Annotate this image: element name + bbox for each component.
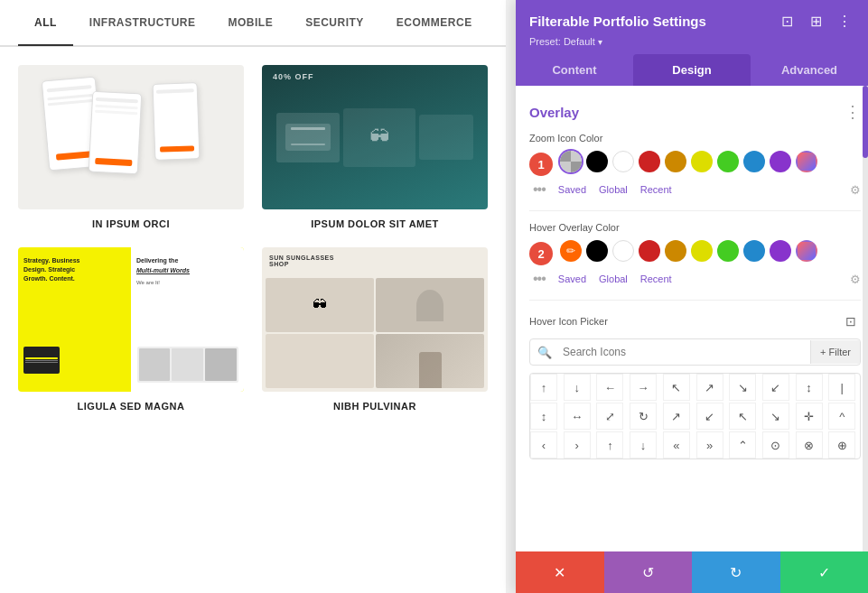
hover-gear-btn[interactable]: ⚙ <box>850 273 861 286</box>
zoom-swatch-white[interactable] <box>612 151 634 172</box>
hover-overlay-row: 2 ✏ <box>529 240 861 267</box>
zoom-swatch-red[interactable] <box>639 151 660 172</box>
filter-tab-mobile[interactable]: MOBILE <box>212 1 290 46</box>
portfolio-item-2[interactable]: 🕶 40% OFF IPSUM DOLOR SIT AMET <box>262 65 488 229</box>
portfolio-thumb-2: 🕶 40% OFF <box>262 65 488 209</box>
icon-cell[interactable]: ⌃ <box>729 431 756 459</box>
icon-cell[interactable]: ↓ <box>630 431 657 459</box>
tab-design[interactable]: Design <box>633 54 751 86</box>
icon-cell[interactable]: » <box>696 431 723 459</box>
search-input[interactable] <box>559 339 810 365</box>
hover-swatch-gradient[interactable] <box>796 240 817 262</box>
portfolio-title-2: IPSUM DOLOR SIT AMET <box>311 218 439 229</box>
icon-cell[interactable]: ↖ <box>663 374 690 401</box>
icon-cell[interactable]: ↓ <box>564 374 591 401</box>
save-button[interactable]: ✓ <box>780 551 869 593</box>
hover-swatch-orange[interactable] <box>665 240 686 262</box>
icon-cell[interactable]: ↖ <box>729 403 756 430</box>
hover-swatch-eyedropper[interactable]: ✏ <box>560 240 582 262</box>
portfolio-item-1[interactable]: IN IPSUM ORCI <box>18 65 244 229</box>
overlay-section-header: Overlay ⋮ <box>529 99 861 120</box>
portfolio-item-4[interactable]: SUN SUNGLASSESSHOP 🕶 NIBH PULVINAR <box>262 247 488 412</box>
icon-cell[interactable]: ⊗ <box>796 431 823 459</box>
zoom-swatch-orange[interactable] <box>665 151 686 172</box>
filter-tab-infrastructure[interactable]: INFRASTRUCTURE <box>73 1 212 46</box>
filter-tab-security[interactable]: SECURITY <box>289 1 380 46</box>
icon-cell[interactable]: ← <box>596 374 623 401</box>
icon-cell[interactable]: ↗ <box>663 403 690 430</box>
hover-swatch-green[interactable] <box>717 240 739 262</box>
icon-cell[interactable]: ⊕ <box>828 431 855 459</box>
filter-tab-ecommerce[interactable]: ECOMMERCE <box>380 1 489 46</box>
hover-overlay-label: Hover Overlay Color <box>529 222 861 233</box>
panel-preset[interactable]: Preset: Default <box>529 36 854 47</box>
zoom-swatch-yellow[interactable] <box>691 151 713 172</box>
icon-cell[interactable]: → <box>630 374 657 401</box>
icon-cell[interactable]: ↑ <box>596 431 623 459</box>
hover-global-tab[interactable]: Global <box>599 273 628 284</box>
icon-cell[interactable]: ^ <box>828 403 855 430</box>
icon-cell[interactable]: ↕ <box>530 403 557 430</box>
reset-button[interactable]: ↺ <box>604 551 693 593</box>
panel-icon-copy[interactable]: ⊡ <box>777 11 797 31</box>
hover-recent-tab[interactable]: Recent <box>640 273 672 284</box>
icon-cell[interactable]: | <box>828 374 855 401</box>
overlay-more-btn[interactable]: ⋮ <box>845 104 861 120</box>
search-row: 🔍 + Filter <box>529 338 861 366</box>
zoom-swatch-blue[interactable] <box>743 151 765 172</box>
scroll-thumb[interactable] <box>863 86 868 158</box>
portfolio-title-3: LIGULA SED MAGNA <box>78 401 185 412</box>
bottom-bar: ✕ ↺ ↻ ✓ <box>516 551 868 593</box>
zoom-global-tab[interactable]: Global <box>599 184 628 195</box>
tab-content[interactable]: Content <box>516 54 633 86</box>
icon-cell[interactable]: ↙ <box>762 374 789 401</box>
hover-swatch-yellow[interactable] <box>691 240 713 262</box>
icon-cell[interactable]: ⊙ <box>762 431 789 459</box>
icon-cell[interactable]: ‹ <box>530 431 557 459</box>
zoom-gear-btn[interactable]: ⚙ <box>850 183 861 197</box>
hover-swatch-red[interactable] <box>639 240 660 262</box>
icon-cell[interactable]: ↘ <box>729 374 756 401</box>
portfolio-thumb-3: Strategy. Business Design. Strategic Gro… <box>18 247 244 392</box>
panel-icon-expand[interactable]: ⊞ <box>806 11 826 31</box>
scroll-track <box>863 86 868 551</box>
icon-cell[interactable]: ↙ <box>696 403 723 430</box>
filter-tab-all[interactable]: ALL <box>18 1 73 46</box>
zoom-dots[interactable]: ••• <box>533 181 546 198</box>
icon-cell[interactable]: ↑ <box>530 374 557 401</box>
hover-saved-tab[interactable]: Saved <box>558 273 586 284</box>
panel-header: Filterable Portfolio Settings ⊡ ⊞ ⋮ Pres… <box>516 0 868 54</box>
zoom-swatch-custom[interactable] <box>560 151 582 172</box>
zoom-swatch-black[interactable] <box>586 151 608 172</box>
zoom-swatch-gradient[interactable] <box>796 151 817 172</box>
icon-picker-target-btn[interactable]: ⊡ <box>841 311 861 331</box>
panel-content: Overlay ⋮ Zoom Icon Color 1 <box>516 86 868 551</box>
cancel-button[interactable]: ✕ <box>516 551 604 593</box>
hover-swatch-black[interactable] <box>586 240 608 262</box>
portfolio-item-3[interactable]: Strategy. Business Design. Strategic Gro… <box>18 247 244 412</box>
panel-scroll-area[interactable]: Overlay ⋮ Zoom Icon Color 1 <box>516 86 868 551</box>
tab-advanced[interactable]: Advanced <box>751 54 868 86</box>
hover-swatch-purple[interactable] <box>770 240 791 262</box>
redo-button[interactable]: ↻ <box>692 551 780 593</box>
hover-swatch-white[interactable] <box>612 240 634 262</box>
icon-cell[interactable]: ✛ <box>796 403 823 430</box>
filter-btn[interactable]: + Filter <box>810 340 860 364</box>
icon-cell[interactable]: ⤢ <box>596 403 623 430</box>
icon-cell[interactable]: ↻ <box>630 403 657 430</box>
icon-cell[interactable]: ↕ <box>796 374 823 401</box>
icon-cell[interactable]: ↘ <box>762 403 789 430</box>
zoom-swatch-green[interactable] <box>717 151 739 172</box>
panel-tabs: Content Design Advanced <box>516 54 868 86</box>
icon-cell[interactable]: ↗ <box>696 374 723 401</box>
icon-cell[interactable]: « <box>663 431 690 459</box>
zoom-recent-tab[interactable]: Recent <box>640 184 672 195</box>
overlay-title: Overlay <box>529 105 579 120</box>
icon-cell[interactable]: ↔ <box>564 403 591 430</box>
icon-cell[interactable]: › <box>564 431 591 459</box>
hover-dots[interactable]: ••• <box>533 271 546 287</box>
panel-icon-more[interactable]: ⋮ <box>835 11 854 31</box>
zoom-saved-tab[interactable]: Saved <box>558 184 586 195</box>
zoom-swatch-purple[interactable] <box>770 151 791 172</box>
hover-swatch-blue[interactable] <box>743 240 765 262</box>
